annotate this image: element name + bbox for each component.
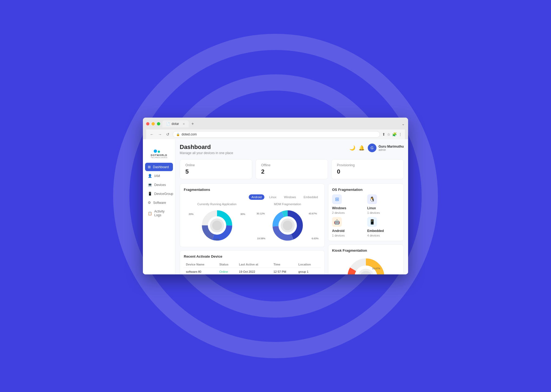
mdm-label-43: 43.67% <box>309 212 317 215</box>
online-label: Online <box>185 163 247 167</box>
new-tab-button[interactable]: + <box>189 120 196 127</box>
devices-icon: 💻 <box>148 183 152 187</box>
os-fragmentation-card: OS Fragmentation ⊞ Windows 2 devices 🐧 L… <box>328 184 404 241</box>
dashboard-icon: ⊞ <box>148 165 151 169</box>
sidebar-item-activity-logs[interactable]: 📋 Activity Logs <box>145 207 173 219</box>
sidebar-label-devices: Devices <box>154 183 166 187</box>
online-value: 5 <box>185 168 247 175</box>
url-bar-actions: ⬆ ☆ 🧩 ⋮ <box>382 132 402 137</box>
fragmentations-card: Fragmentations Android Linux Windows Emb… <box>180 184 325 247</box>
mdm-label-6: 6.63% <box>311 237 319 240</box>
offline-value: 2 <box>261 168 322 175</box>
traffic-light-maximize[interactable] <box>157 122 160 125</box>
tab-menu-button[interactable]: ⌄ <box>402 122 405 126</box>
sidebar-label-software: Software <box>153 201 166 205</box>
android-name: Android <box>332 229 365 233</box>
frag-tab-windows[interactable]: Windows <box>281 194 299 200</box>
refresh-button[interactable]: ↺ <box>165 132 170 137</box>
sidebar: DOTWORLD TECHNOLOGIES ⊞ Dashboard 👤 IAM … <box>143 139 175 274</box>
iam-icon: 👤 <box>148 174 152 178</box>
sidebar-item-devicegroup[interactable]: 📱 DeviceGroup <box>145 190 173 198</box>
software-icon: ⚙ <box>148 201 151 205</box>
os-item-linux: 🐧 Linux 1 devices <box>367 194 400 214</box>
linux-icon: 🐧 <box>367 194 377 204</box>
browser-tab-active[interactable]: 📄 dotar ✕ <box>162 120 189 127</box>
logo-text-sub: TECHNOLOGIES <box>151 157 168 158</box>
browser-tabs: 📄 dotar ✕ + <box>162 120 196 127</box>
logo-text-main: DOTWORLD <box>151 154 167 157</box>
url-bar[interactable]: 🔒 doted.com <box>173 131 380 138</box>
extensions-icon[interactable]: 🧩 <box>392 132 397 137</box>
frag-tab-embedded[interactable]: Embedded <box>301 194 321 200</box>
app-donut-wrapper: 20% 30% 50% <box>184 208 250 243</box>
app-label-30: 30% <box>240 213 245 215</box>
page-subtitle: Manage all your devices in one place <box>180 151 233 155</box>
logo-dot-2 <box>158 151 160 153</box>
stat-card-online: Online 5 <box>180 159 252 179</box>
embedded-name: Embedded <box>367 229 400 233</box>
kiosk-frag-title: Kiosk Fragmentation <box>332 248 400 253</box>
offline-label: Offline <box>261 163 322 167</box>
page-header: Dashboard Manage all your devices in one… <box>180 144 404 155</box>
app-chart-title: Currently Running Application <box>184 202 250 206</box>
tab-favicon: 📄 <box>166 122 170 126</box>
embedded-icon: 📱 <box>367 217 377 227</box>
main-area: Dashboard Manage all your devices in one… <box>175 139 408 274</box>
frag-tab-android[interactable]: Android <box>249 194 264 200</box>
browser-menu-icon[interactable]: ⋮ <box>398 132 402 137</box>
header-actions: 🌙 🔔 G Guru Marimuthu admin <box>349 144 404 152</box>
forward-button[interactable]: → <box>157 132 163 137</box>
devicegroup-icon: 📱 <box>148 192 152 196</box>
device-location-1: group 1 <box>296 268 321 275</box>
traffic-light-minimize[interactable] <box>152 122 155 125</box>
notification-bell-icon[interactable]: 🔔 <box>359 145 365 151</box>
os-item-android: 🤖 Android 1 devices <box>332 217 365 237</box>
os-item-embedded: 📱 Embedded 4 devices <box>367 217 400 237</box>
os-grid: ⊞ Windows 2 devices 🐧 Linux 1 devices 🤖 <box>332 194 400 237</box>
col-last-active: Last Active at <box>237 261 271 268</box>
stat-card-provisioning: Provisioning 0 <box>331 159 404 179</box>
sidebar-logo: DOTWORLD TECHNOLOGIES <box>143 142 175 163</box>
device-status-1[interactable]: Online <box>217 268 237 275</box>
provisioning-value: 0 <box>337 168 398 175</box>
table-header-row: Device Name Status Last Active at Time L… <box>184 261 321 268</box>
col-device-name: Device Name <box>184 261 217 268</box>
tab-close-button[interactable]: ✕ <box>183 122 185 125</box>
linux-name: Linux <box>367 206 400 210</box>
device-name-1: software-fl0 <box>184 268 217 275</box>
frag-tabs: Android Linux Windows Embedded <box>184 194 321 200</box>
windows-name: Windows <box>332 206 365 210</box>
mdm-label-19: 19.58% <box>257 237 265 240</box>
provisioning-label: Provisioning <box>337 163 398 167</box>
recent-devices-title: Recent Activate Device <box>184 254 321 258</box>
sidebar-item-software[interactable]: ⚙ Software <box>145 198 173 207</box>
user-name: Guru Marimuthu <box>379 145 404 148</box>
col-location: Location <box>296 261 321 268</box>
sidebar-item-dashboard[interactable]: ⊞ Dashboard <box>145 163 173 171</box>
page-title: Dashboard <box>180 144 233 151</box>
stat-card-offline: Offline 2 <box>255 159 328 179</box>
col-status: Status <box>217 261 237 268</box>
table-row: software-fl0 Online 19 Oct 2022 12 57 PM… <box>184 268 321 275</box>
moon-icon[interactable]: 🌙 <box>349 145 355 151</box>
browser-chrome: 📄 dotar ✕ + ⌄ ← → ↺ 🔒 doted.com ⬆ ☆ 🧩 ⋮ <box>143 118 408 139</box>
android-count: 1 devices <box>332 234 365 237</box>
app-donut-svg <box>199 208 235 243</box>
frag-tab-linux[interactable]: Linux <box>267 194 279 200</box>
star-icon[interactable]: ☆ <box>387 132 391 137</box>
left-panel: Fragmentations Android Linux Windows Emb… <box>180 184 325 274</box>
share-icon[interactable]: ⬆ <box>382 132 385 137</box>
sidebar-item-devices[interactable]: 💻 Devices <box>145 181 173 189</box>
devices-table: Device Name Status Last Active at Time L… <box>184 261 321 274</box>
avatar-letter: G <box>370 146 373 150</box>
sidebar-label-activity-logs: Activity Logs <box>154 210 170 217</box>
mdm-chart-title: MDM Fragmentation <box>254 202 321 206</box>
kiosk-donut-svg: 16.67% 16.67% 16.66% <box>344 255 388 274</box>
url-lock-icon: 🔒 <box>176 133 180 136</box>
sidebar-item-iam[interactable]: 👤 IAM <box>145 172 173 180</box>
app-content: DOTWORLD TECHNOLOGIES ⊞ Dashboard 👤 IAM … <box>143 139 408 274</box>
svg-point-5 <box>212 221 222 230</box>
traffic-light-close[interactable] <box>146 122 149 125</box>
back-button[interactable]: ← <box>149 132 155 137</box>
os-item-windows: ⊞ Windows 2 devices <box>332 194 365 214</box>
